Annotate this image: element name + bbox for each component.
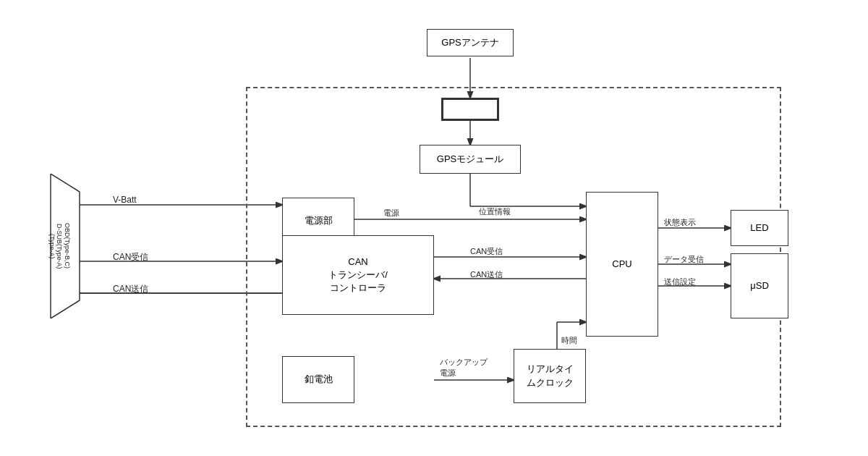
time-label: 時間: [561, 335, 577, 346]
position-info-label: 位置情報: [479, 206, 511, 217]
can-recv-inner-label: CAN受信: [470, 246, 503, 257]
cpu-box: CPU: [586, 192, 658, 337]
battery-box: 釦電池: [282, 356, 354, 403]
backup-power-label: バックアップ電源: [440, 357, 488, 379]
can-send-inner-label: CAN送信: [470, 269, 503, 280]
power-label: 電源: [383, 208, 399, 219]
status-display-label: 状態表示: [664, 217, 696, 228]
micro-sd-box: μSD: [731, 253, 788, 318]
rtc-box: リアルタイ ムクロック: [514, 349, 586, 403]
gps-antenna-box: GPSアンテナ: [427, 29, 514, 56]
led-box: LED: [731, 210, 788, 246]
v-batt-label: V-Batt: [113, 195, 137, 205]
diagram-container: GPSアンテナ GPSモジュール 電源部 CAN トランシーバ/ コントローラ …: [36, 18, 832, 438]
gps-antenna-connector-box: [441, 98, 499, 121]
send-setting-label: 送信設定: [664, 276, 696, 287]
can-transceiver-box: CAN トランシーバ/ コントローラ: [282, 235, 434, 315]
data-recv-label: データ受信: [664, 254, 704, 265]
can-send-label: CAN送信: [113, 283, 148, 295]
gps-module-box: GPSモジュール: [420, 145, 521, 174]
connector-label: OBD(Type-B,C)D-SUB(Type-A)(Type-A): [48, 223, 71, 269]
connector-label-area: OBD(Type-B,C)D-SUB(Type-A)(Type-A): [45, 181, 74, 311]
can-recv-label: CAN受信: [113, 251, 148, 263]
